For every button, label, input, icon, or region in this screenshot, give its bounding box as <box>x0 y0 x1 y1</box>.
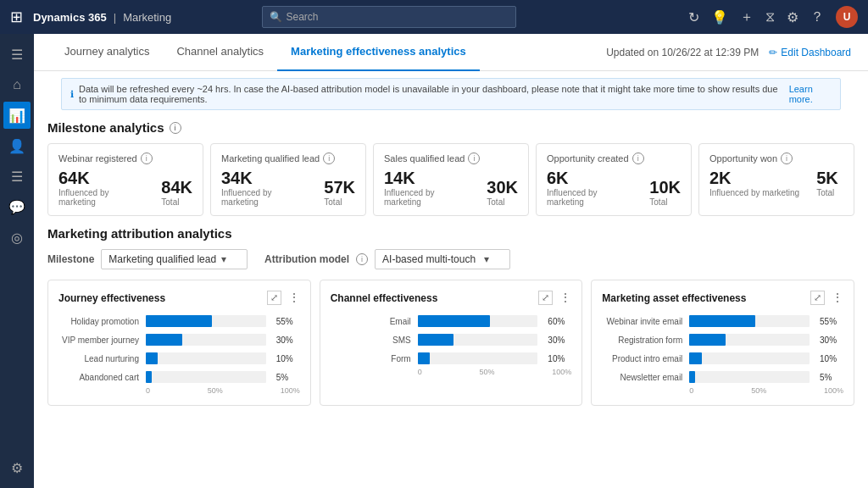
axis-label: 50% <box>751 386 766 395</box>
milestone-card-title: Opportunity won i <box>709 152 843 164</box>
milestone-card-info-icon[interactable]: i <box>323 152 335 164</box>
filter-icon[interactable]: ⧖ <box>765 9 775 25</box>
bar-percentage: 30% <box>820 336 843 345</box>
attribution-section: Marketing attribution analytics Mileston… <box>47 226 854 406</box>
search-input[interactable] <box>286 11 509 23</box>
bar-chart: Holiday promotion 55% VIP member journey… <box>58 315 300 383</box>
bar-track <box>418 334 538 346</box>
tab-marketing-effectiveness[interactable]: Marketing effectiveness analytics <box>277 34 480 71</box>
search-bar[interactable]: 🔍 <box>262 6 516 28</box>
sidenav-lists[interactable]: ☰ <box>3 163 31 190</box>
chart-axis: 050%100% <box>331 368 572 376</box>
milestone-dropdown-value: Marketing qualified lead <box>108 253 216 265</box>
total-value: 10K <box>649 179 681 196</box>
add-icon[interactable]: ＋ <box>740 8 754 26</box>
bar-fill <box>418 352 430 364</box>
bar-percentage: 10% <box>820 354 843 363</box>
more-options-icon[interactable]: ⋮ <box>832 291 843 305</box>
attribution-section-title: Marketing attribution analytics <box>47 226 854 241</box>
milestone-card-info-icon[interactable]: i <box>141 152 153 164</box>
tabs-bar: Journey analytics Channel analytics Mark… <box>34 34 868 71</box>
expand-icon[interactable]: ⤢ <box>267 291 281 305</box>
question-icon[interactable]: ？ <box>810 8 824 26</box>
bar-track <box>146 352 266 364</box>
bar-fill <box>418 315 490 327</box>
axis-label: 0 <box>146 386 150 395</box>
refresh-icon[interactable]: ↻ <box>688 9 699 25</box>
milestone-card-values: 6K Influenced by marketing 10K Total <box>547 169 681 207</box>
bar-fill <box>689 352 701 364</box>
influenced-metric: 14K Influenced by marketing <box>384 169 470 207</box>
chart-card: Journey effectiveness ⤢ ⋮ Holiday promot… <box>47 280 311 406</box>
attribution-controls: Milestone Marketing qualified lead ▾ Att… <box>47 249 854 269</box>
milestone-card-values: 34K Influenced by marketing 57K Total <box>221 169 355 207</box>
milestone-card-values: 14K Influenced by marketing 30K Total <box>384 169 518 207</box>
bar-fill <box>689 315 755 327</box>
sidenav-contacts[interactable]: 👤 <box>3 132 31 159</box>
axis-label: 50% <box>479 368 494 376</box>
settings-icon[interactable]: ⚙ <box>787 9 798 25</box>
scroll-area: ℹ Data will be refreshed every ~24 hrs. … <box>34 71 868 488</box>
milestone-card: Opportunity created i 6K Influenced by m… <box>536 143 692 216</box>
chart-cards: Journey effectiveness ⤢ ⋮ Holiday promot… <box>47 280 854 406</box>
milestone-card-info-icon[interactable]: i <box>468 152 480 164</box>
bar-row: Webinar invite email 55% <box>602 315 843 327</box>
influenced-value: 2K <box>709 169 799 186</box>
info-icon: ℹ <box>70 89 74 100</box>
influenced-label: Influenced by marketing <box>221 188 307 207</box>
sidenav-settings[interactable]: ⚙ <box>3 454 31 481</box>
more-options-icon[interactable]: ⋮ <box>288 291 300 305</box>
edit-dashboard-button[interactable]: ✏ Edit Dashboard <box>769 47 851 58</box>
attribution-model-control: Attribution model i AI-based multi-touch… <box>264 249 510 269</box>
brand-logo: Dynamics 365 | Marketing <box>33 11 171 24</box>
sidenav-messages[interactable]: 💬 <box>3 193 31 220</box>
help-icon[interactable]: 💡 <box>711 9 728 25</box>
chart-card-actions: ⤢ ⋮ <box>267 291 300 305</box>
chart-card-actions: ⤢ ⋮ <box>810 291 843 305</box>
bar-track <box>146 315 266 327</box>
tab-journey-analytics[interactable]: Journey analytics <box>51 34 163 71</box>
attribution-info-icon[interactable]: i <box>356 253 368 265</box>
milestone-card-info-icon[interactable]: i <box>781 152 793 164</box>
tab-channel-analytics[interactable]: Channel analytics <box>163 34 277 71</box>
influenced-label: Influenced by marketing <box>547 188 632 207</box>
chart-card: Channel effectiveness ⤢ ⋮ Email 60% SMS … <box>320 280 583 406</box>
milestone-card-info-icon[interactable]: i <box>632 152 644 164</box>
influenced-value: 6K <box>547 169 632 186</box>
milestone-control: Milestone Marketing qualified lead ▾ <box>47 249 248 269</box>
chart-card-header: Marketing asset effectiveness ⤢ ⋮ <box>602 291 843 305</box>
bar-row: VIP member journey 30% <box>58 334 300 346</box>
bar-percentage: 55% <box>820 317 843 326</box>
chart-card-actions: ⤢ ⋮ <box>538 291 571 305</box>
bar-label: Form <box>331 354 411 363</box>
learn-more-link[interactable]: Learn more. <box>789 84 832 104</box>
bar-label: Email <box>331 317 411 326</box>
sidenav-home[interactable]: ⌂ <box>3 71 31 98</box>
axis-label: 100% <box>552 368 571 376</box>
chart-card-header: Channel effectiveness ⤢ ⋮ <box>331 291 572 305</box>
chart-axis: 050%100% <box>602 386 843 395</box>
axis-label: 0 <box>689 386 693 395</box>
bar-label: Webinar invite email <box>602 317 682 326</box>
chart-card: Marketing asset effectiveness ⤢ ⋮ Webina… <box>591 280 854 406</box>
total-metric: 84K Total <box>161 179 192 207</box>
sidenav-menu[interactable]: ☰ <box>3 41 31 68</box>
sidenav-dashboard[interactable]: 📊 <box>3 102 31 129</box>
milestone-dropdown[interactable]: Marketing qualified lead ▾ <box>101 249 248 269</box>
total-metric: 30K Total <box>487 179 518 207</box>
app-grid-icon[interactable]: ⊞ <box>10 8 23 26</box>
bar-track <box>689 352 810 364</box>
milestone-cards: Webinar registered i 64K Influenced by m… <box>47 143 854 216</box>
milestone-info-icon[interactable]: i <box>170 122 181 134</box>
bar-row: Form 10% <box>331 352 572 364</box>
sidenav-segments[interactable]: ◎ <box>3 224 31 251</box>
expand-icon[interactable]: ⤢ <box>538 291 553 305</box>
more-options-icon[interactable]: ⋮ <box>559 291 571 305</box>
bar-chart: Email 60% SMS 30% Form 10% <box>331 315 572 364</box>
attribution-model-dropdown[interactable]: AI-based multi-touch ▾ <box>375 249 510 269</box>
total-metric: 5K Total <box>816 169 838 197</box>
expand-icon[interactable]: ⤢ <box>810 291 825 305</box>
avatar[interactable]: U <box>836 6 858 28</box>
bar-percentage: 5% <box>276 373 300 382</box>
bar-row: Newsletter email 5% <box>602 371 843 383</box>
